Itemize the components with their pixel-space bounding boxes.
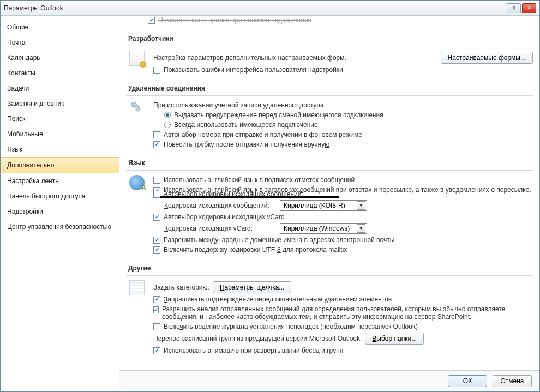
- checkbox-confirm-permanent-delete[interactable]: [153, 296, 160, 303]
- label-auto-encoding-outgoing: Автовыбор кодировки исходящих сообщений: [164, 190, 301, 198]
- globe-icon: [126, 175, 148, 192]
- sidebar-item-contacts[interactable]: Контакты: [1, 65, 119, 81]
- checkbox-auto-encoding-vcard[interactable]: [153, 214, 160, 221]
- outlook-options-dialog: Параметры Outlook ? ✕ Общие Почта Календ…: [0, 0, 540, 392]
- checkbox-show-addin-errors[interactable]: [153, 67, 160, 74]
- checkbox-use-animation[interactable]: [153, 347, 160, 354]
- sidebar-item-notes[interactable]: Заметки и дневник: [1, 96, 119, 111]
- radio-warn-switch[interactable]: [164, 112, 171, 118]
- label-allow-idn: Разрешить международные доменные имена в…: [164, 236, 394, 244]
- click-parameters-button[interactable]: Параметры щелчка...: [213, 281, 292, 293]
- checkbox-utf8-mailto[interactable]: [153, 246, 160, 254]
- sidebar-item-advanced[interactable]: Дополнительно: [1, 157, 119, 173]
- label-show-addin-errors: Показывать ошибки интерфейса пользовател…: [164, 66, 343, 74]
- label-utf8-mailto: Включить поддержку кодировки UTF-8 для п…: [164, 246, 348, 254]
- label-analyze-sent: Разрешить анализ отправленных сообщений …: [162, 305, 533, 321]
- section-dialup: При использовании учетной записи удаленн…: [126, 96, 533, 149]
- sidebar: Общие Почта Календарь Контакты Задачи За…: [1, 16, 119, 391]
- section-header-dialup: Удаленные соединения: [126, 80, 533, 96]
- select-vcard-encoding[interactable]: Кириллица (Windows) ▼: [280, 223, 367, 234]
- label-troubleshoot-logging: Включить ведение журнала устранения непо…: [164, 323, 418, 330]
- sidebar-item-addins[interactable]: Надстройки: [1, 204, 119, 219]
- label-auto-encoding-vcard: Автовыбор кодировки исходящих vCard: [164, 213, 285, 221]
- select-outgoing-encoding[interactable]: Кириллица (KOI8-R) ▼: [280, 200, 367, 211]
- section-developers: Настройка параметров дополнительных наст…: [126, 46, 533, 75]
- cancel-button[interactable]: Отмена: [493, 375, 532, 387]
- sidebar-item-mobile[interactable]: Мобильные: [1, 126, 119, 142]
- dialup-intro: При использовании учетной записи удаленн…: [153, 101, 326, 109]
- dialog-footer: ОК Отмена: [119, 370, 539, 391]
- label-hangup: Повесить трубку после отправки и получен…: [164, 141, 329, 148]
- section-language: Использовать английский язык в подписях …: [126, 171, 533, 255]
- close-button[interactable]: ✕: [522, 3, 536, 13]
- checkbox-auto-dial[interactable]: [153, 131, 160, 138]
- label-auto-dial: Автонабор номера при отправке и получени…: [164, 131, 362, 138]
- sidebar-item-tasks[interactable]: Задачи: [1, 81, 119, 96]
- sidebar-item-search[interactable]: Поиск: [1, 111, 119, 126]
- section-header-other: Другие: [126, 260, 533, 276]
- select-folder-button[interactable]: Выбор папки...: [365, 333, 424, 345]
- ok-button[interactable]: ОК: [448, 375, 487, 387]
- label-set-category: Задать категорию:: [153, 284, 209, 291]
- label-warn-switch: Выдавать предупреждение перед сменой име…: [174, 111, 383, 119]
- form-icon: [126, 51, 148, 68]
- checkbox-troubleshoot-logging[interactable]: [153, 323, 160, 330]
- label-confirm-permanent-delete: Запрашивать подтверждение перед окончате…: [164, 295, 392, 303]
- label-always-use: Всегда использовать имеющееся подключени…: [174, 121, 318, 129]
- radio-always-use[interactable]: [164, 122, 171, 128]
- dropdown-arrow-icon: ▼: [357, 224, 365, 233]
- label-english-flags: Использовать английский язык в подписях …: [164, 176, 355, 184]
- label-vcard-encoding: Кодировка исходящих vCard:: [164, 225, 277, 232]
- phone-icon: [126, 100, 148, 118]
- truncated-prev-option: Немедленная отправка при наличии подключ…: [126, 16, 533, 25]
- dropdown-arrow-icon: ▼: [357, 201, 365, 210]
- other-icon: [126, 280, 148, 298]
- section-other: Задать категорию: Параметры щелчка... За…: [126, 276, 533, 355]
- section-header-developers: Разработчики: [126, 31, 533, 46]
- checkbox-english-flags[interactable]: [153, 177, 160, 184]
- sidebar-item-ribbon[interactable]: Настройка ленты: [1, 173, 119, 189]
- checkbox-analyze-sent[interactable]: [153, 306, 159, 313]
- dev-intro: Настройка параметров дополнительных наст…: [153, 54, 346, 62]
- help-button[interactable]: ?: [507, 3, 521, 13]
- dialog-body: Общие Почта Календарь Контакты Задачи За…: [1, 16, 539, 391]
- content-wrap: Немедленная отправка при наличии подключ…: [119, 16, 539, 391]
- content-pane: Немедленная отправка при наличии подключ…: [119, 16, 539, 370]
- window-title: Параметры Outlook: [4, 4, 507, 12]
- label-migrate-schedules: Перенос расписаний групп из предыдущей в…: [153, 335, 362, 342]
- label-use-animation: Использовать анимацию при развертывании …: [164, 347, 343, 354]
- sidebar-item-trustcenter[interactable]: Центр управления безопасностью: [1, 219, 119, 234]
- sidebar-item-general[interactable]: Общие: [1, 20, 119, 35]
- sidebar-item-language[interactable]: Язык: [1, 142, 119, 157]
- sidebar-item-mail[interactable]: Почта: [1, 35, 119, 50]
- checkbox-immediate-send[interactable]: [148, 17, 155, 24]
- checkbox-auto-encoding-outgoing[interactable]: [153, 191, 160, 198]
- label-outgoing-encoding: Кодировка исходящих сообщений:: [164, 202, 277, 209]
- sidebar-item-calendar[interactable]: Календарь: [1, 50, 119, 65]
- checkbox-hangup[interactable]: [153, 141, 160, 148]
- custom-forms-button[interactable]: Настраиваемые формы...: [441, 52, 533, 64]
- sidebar-item-qat[interactable]: Панель быстрого доступа: [1, 189, 119, 204]
- titlebar-buttons: ? ✕: [507, 3, 536, 13]
- section-header-language: Язык: [126, 155, 533, 171]
- titlebar: Параметры Outlook ? ✕: [1, 1, 539, 16]
- checkbox-allow-idn[interactable]: [153, 237, 160, 244]
